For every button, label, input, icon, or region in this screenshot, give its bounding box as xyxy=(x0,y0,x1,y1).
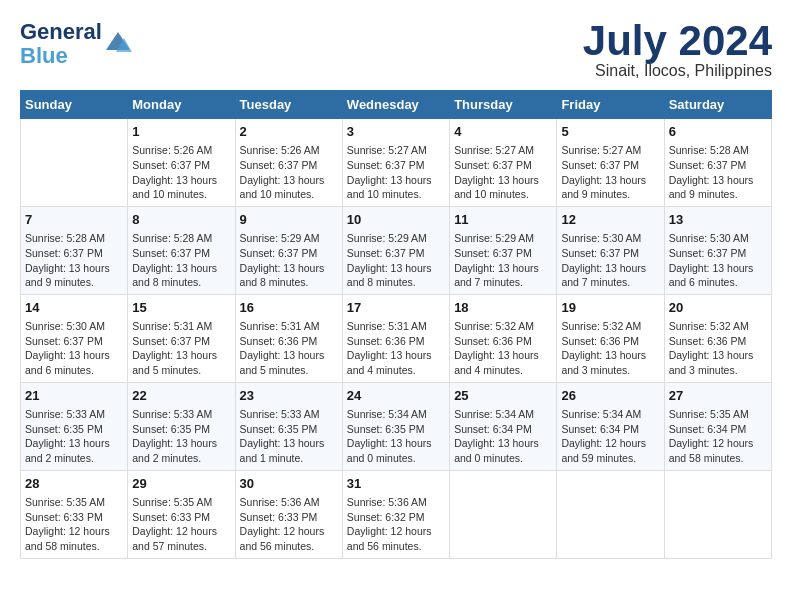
calendar-week-row: 21Sunrise: 5:33 AMSunset: 6:35 PMDayligh… xyxy=(21,382,772,470)
calendar-cell xyxy=(664,470,771,558)
day-number: 23 xyxy=(240,387,338,405)
calendar-cell: 24Sunrise: 5:34 AMSunset: 6:35 PMDayligh… xyxy=(342,382,449,470)
calendar-header-saturday: Saturday xyxy=(664,91,771,119)
calendar-week-row: 28Sunrise: 5:35 AMSunset: 6:33 PMDayligh… xyxy=(21,470,772,558)
day-number: 27 xyxy=(669,387,767,405)
day-info: Sunrise: 5:27 AMSunset: 6:37 PMDaylight:… xyxy=(561,143,659,202)
calendar-cell: 9Sunrise: 5:29 AMSunset: 6:37 PMDaylight… xyxy=(235,206,342,294)
logo-text: General Blue xyxy=(20,20,102,68)
day-info: Sunrise: 5:32 AMSunset: 6:36 PMDaylight:… xyxy=(561,319,659,378)
calendar-cell: 31Sunrise: 5:36 AMSunset: 6:32 PMDayligh… xyxy=(342,470,449,558)
calendar-cell: 21Sunrise: 5:33 AMSunset: 6:35 PMDayligh… xyxy=(21,382,128,470)
calendar-header-friday: Friday xyxy=(557,91,664,119)
calendar-cell xyxy=(557,470,664,558)
day-number: 20 xyxy=(669,299,767,317)
day-number: 18 xyxy=(454,299,552,317)
calendar-week-row: 14Sunrise: 5:30 AMSunset: 6:37 PMDayligh… xyxy=(21,294,772,382)
day-info: Sunrise: 5:33 AMSunset: 6:35 PMDaylight:… xyxy=(240,407,338,466)
calendar-header-thursday: Thursday xyxy=(450,91,557,119)
calendar-header-row: SundayMondayTuesdayWednesdayThursdayFrid… xyxy=(21,91,772,119)
calendar-cell: 28Sunrise: 5:35 AMSunset: 6:33 PMDayligh… xyxy=(21,470,128,558)
day-info: Sunrise: 5:27 AMSunset: 6:37 PMDaylight:… xyxy=(454,143,552,202)
day-number: 11 xyxy=(454,211,552,229)
calendar-cell: 19Sunrise: 5:32 AMSunset: 6:36 PMDayligh… xyxy=(557,294,664,382)
calendar-cell: 10Sunrise: 5:29 AMSunset: 6:37 PMDayligh… xyxy=(342,206,449,294)
day-info: Sunrise: 5:30 AMSunset: 6:37 PMDaylight:… xyxy=(669,231,767,290)
calendar-cell: 2Sunrise: 5:26 AMSunset: 6:37 PMDaylight… xyxy=(235,119,342,207)
calendar-table: SundayMondayTuesdayWednesdayThursdayFrid… xyxy=(20,90,772,559)
calendar-cell: 29Sunrise: 5:35 AMSunset: 6:33 PMDayligh… xyxy=(128,470,235,558)
day-info: Sunrise: 5:29 AMSunset: 6:37 PMDaylight:… xyxy=(240,231,338,290)
day-info: Sunrise: 5:35 AMSunset: 6:33 PMDaylight:… xyxy=(25,495,123,554)
day-number: 16 xyxy=(240,299,338,317)
calendar-cell: 22Sunrise: 5:33 AMSunset: 6:35 PMDayligh… xyxy=(128,382,235,470)
page-title: July 2024 xyxy=(583,20,772,62)
calendar-cell: 8Sunrise: 5:28 AMSunset: 6:37 PMDaylight… xyxy=(128,206,235,294)
logo: General Blue xyxy=(20,20,132,68)
day-info: Sunrise: 5:29 AMSunset: 6:37 PMDaylight:… xyxy=(347,231,445,290)
day-number: 5 xyxy=(561,123,659,141)
day-number: 1 xyxy=(132,123,230,141)
day-info: Sunrise: 5:29 AMSunset: 6:37 PMDaylight:… xyxy=(454,231,552,290)
day-number: 8 xyxy=(132,211,230,229)
calendar-cell: 14Sunrise: 5:30 AMSunset: 6:37 PMDayligh… xyxy=(21,294,128,382)
day-info: Sunrise: 5:31 AMSunset: 6:36 PMDaylight:… xyxy=(240,319,338,378)
calendar-header-monday: Monday xyxy=(128,91,235,119)
calendar-cell: 7Sunrise: 5:28 AMSunset: 6:37 PMDaylight… xyxy=(21,206,128,294)
day-number: 7 xyxy=(25,211,123,229)
calendar-cell: 13Sunrise: 5:30 AMSunset: 6:37 PMDayligh… xyxy=(664,206,771,294)
page-header: General Blue July 2024 Sinait, Ilocos, P… xyxy=(20,20,772,80)
day-number: 17 xyxy=(347,299,445,317)
day-info: Sunrise: 5:34 AMSunset: 6:34 PMDaylight:… xyxy=(561,407,659,466)
day-number: 3 xyxy=(347,123,445,141)
calendar-cell: 1Sunrise: 5:26 AMSunset: 6:37 PMDaylight… xyxy=(128,119,235,207)
day-number: 31 xyxy=(347,475,445,493)
calendar-header-sunday: Sunday xyxy=(21,91,128,119)
calendar-cell xyxy=(21,119,128,207)
day-info: Sunrise: 5:28 AMSunset: 6:37 PMDaylight:… xyxy=(132,231,230,290)
day-number: 22 xyxy=(132,387,230,405)
day-number: 30 xyxy=(240,475,338,493)
day-number: 4 xyxy=(454,123,552,141)
title-block: July 2024 Sinait, Ilocos, Philippines xyxy=(583,20,772,80)
day-info: Sunrise: 5:26 AMSunset: 6:37 PMDaylight:… xyxy=(240,143,338,202)
page-subtitle: Sinait, Ilocos, Philippines xyxy=(583,62,772,80)
calendar-cell: 5Sunrise: 5:27 AMSunset: 6:37 PMDaylight… xyxy=(557,119,664,207)
day-info: Sunrise: 5:33 AMSunset: 6:35 PMDaylight:… xyxy=(25,407,123,466)
day-number: 12 xyxy=(561,211,659,229)
day-number: 14 xyxy=(25,299,123,317)
calendar-cell: 3Sunrise: 5:27 AMSunset: 6:37 PMDaylight… xyxy=(342,119,449,207)
day-info: Sunrise: 5:36 AMSunset: 6:32 PMDaylight:… xyxy=(347,495,445,554)
day-info: Sunrise: 5:31 AMSunset: 6:37 PMDaylight:… xyxy=(132,319,230,378)
calendar-cell: 23Sunrise: 5:33 AMSunset: 6:35 PMDayligh… xyxy=(235,382,342,470)
day-number: 6 xyxy=(669,123,767,141)
calendar-cell: 11Sunrise: 5:29 AMSunset: 6:37 PMDayligh… xyxy=(450,206,557,294)
day-number: 10 xyxy=(347,211,445,229)
calendar-header-tuesday: Tuesday xyxy=(235,91,342,119)
calendar-cell: 4Sunrise: 5:27 AMSunset: 6:37 PMDaylight… xyxy=(450,119,557,207)
day-info: Sunrise: 5:36 AMSunset: 6:33 PMDaylight:… xyxy=(240,495,338,554)
calendar-cell: 27Sunrise: 5:35 AMSunset: 6:34 PMDayligh… xyxy=(664,382,771,470)
calendar-header-wednesday: Wednesday xyxy=(342,91,449,119)
day-info: Sunrise: 5:35 AMSunset: 6:33 PMDaylight:… xyxy=(132,495,230,554)
day-info: Sunrise: 5:30 AMSunset: 6:37 PMDaylight:… xyxy=(25,319,123,378)
day-info: Sunrise: 5:34 AMSunset: 6:35 PMDaylight:… xyxy=(347,407,445,466)
day-number: 24 xyxy=(347,387,445,405)
day-info: Sunrise: 5:28 AMSunset: 6:37 PMDaylight:… xyxy=(25,231,123,290)
calendar-cell: 16Sunrise: 5:31 AMSunset: 6:36 PMDayligh… xyxy=(235,294,342,382)
calendar-cell: 17Sunrise: 5:31 AMSunset: 6:36 PMDayligh… xyxy=(342,294,449,382)
day-info: Sunrise: 5:30 AMSunset: 6:37 PMDaylight:… xyxy=(561,231,659,290)
day-number: 19 xyxy=(561,299,659,317)
day-info: Sunrise: 5:35 AMSunset: 6:34 PMDaylight:… xyxy=(669,407,767,466)
calendar-week-row: 1Sunrise: 5:26 AMSunset: 6:37 PMDaylight… xyxy=(21,119,772,207)
logo-icon xyxy=(104,30,132,58)
calendar-cell: 25Sunrise: 5:34 AMSunset: 6:34 PMDayligh… xyxy=(450,382,557,470)
calendar-cell: 6Sunrise: 5:28 AMSunset: 6:37 PMDaylight… xyxy=(664,119,771,207)
calendar-cell: 30Sunrise: 5:36 AMSunset: 6:33 PMDayligh… xyxy=(235,470,342,558)
day-info: Sunrise: 5:26 AMSunset: 6:37 PMDaylight:… xyxy=(132,143,230,202)
calendar-cell: 20Sunrise: 5:32 AMSunset: 6:36 PMDayligh… xyxy=(664,294,771,382)
day-info: Sunrise: 5:28 AMSunset: 6:37 PMDaylight:… xyxy=(669,143,767,202)
calendar-week-row: 7Sunrise: 5:28 AMSunset: 6:37 PMDaylight… xyxy=(21,206,772,294)
day-info: Sunrise: 5:34 AMSunset: 6:34 PMDaylight:… xyxy=(454,407,552,466)
day-number: 25 xyxy=(454,387,552,405)
